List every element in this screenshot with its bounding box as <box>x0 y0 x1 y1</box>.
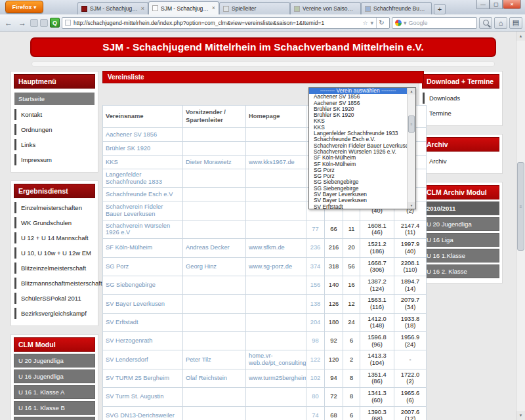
back-icon[interactable]: ← <box>3 18 14 28</box>
sidebar-menu-item[interactable]: Archiv <box>423 156 499 167</box>
dropdown-option[interactable]: Schachverein Fideler Bauer Leverkusen <box>309 143 407 149</box>
sidebar-menu-item[interactable]: U 10, U 10w + U 12w EM <box>14 247 94 259</box>
scroll-down-icon[interactable]: ▼ <box>408 202 415 209</box>
clm-league-button[interactable]: U 20 Jugendliga <box>14 354 95 368</box>
sidebar-menu-item[interactable]: Blitzmannschaftmeisterschaft <box>14 278 94 289</box>
member-count-link[interactable]: 204 <box>310 319 321 326</box>
dropdown-option[interactable]: SG Siebengebirge <box>309 179 407 185</box>
scroll-up-icon[interactable]: ▲ <box>408 88 415 94</box>
dropdown-scrollbar[interactable]: ▲ ≡ ▼ <box>407 88 415 209</box>
member-count-link[interactable]: 77 <box>312 226 318 232</box>
member-count-link[interactable]: 102 <box>310 375 321 381</box>
search-icon[interactable] <box>479 17 492 29</box>
chair-name[interactable]: Andreas Decker <box>186 244 230 251</box>
scroll-down-icon[interactable]: ▼ <box>516 411 525 420</box>
verein-link[interactable]: Schachverein Würselen 1926 e.V <box>106 222 170 236</box>
home-icon[interactable]: ⌂ <box>494 17 507 29</box>
member-count-link[interactable]: 80 <box>312 393 318 400</box>
maximize-button[interactable]: ▢ <box>490 0 503 9</box>
tab-close-icon[interactable]: × <box>212 5 215 11</box>
homepage-link[interactable]: home.vr-web.de/pt_consulting/ <box>249 352 306 366</box>
homepage-link[interactable]: www.sg-porz.de <box>249 263 292 270</box>
browser-tab[interactable]: SJM - Schachjugend Mittelr... × <box>77 2 148 14</box>
scroll-up-icon[interactable]: ▲ <box>516 32 525 41</box>
reload-icon[interactable]: ↻ <box>376 18 387 28</box>
dropdown-option[interactable]: Aachener SV 1856 <box>309 94 407 100</box>
verein-link[interactable]: Langenfelder Schachfreunde 1833 <box>106 171 162 185</box>
browser-tab[interactable]: Schachfreunde Burg von 19... <box>361 2 432 14</box>
verein-link[interactable]: SV TURM 25 Bergheim <box>106 375 169 381</box>
homepage-link[interactable]: www.sfkm.de <box>249 244 285 251</box>
chair-name[interactable]: Dieter Morawietz <box>186 159 232 165</box>
chair-name[interactable]: Olaf Reichstein <box>186 375 227 381</box>
sidebar-menu-item[interactable]: Startseite <box>14 93 94 105</box>
history-icon[interactable] <box>30 19 38 27</box>
search-engine-caret-icon[interactable]: ▾ <box>404 20 407 26</box>
dropdown-option[interactable]: -------- Verein auswählen -------- <box>309 88 407 94</box>
archiv-league-button[interactable]: U 16 Liga <box>422 233 499 247</box>
archiv-league-button[interactable]: U 16 2. Klasse <box>422 264 499 278</box>
verein-link[interactable]: Schachfreunde Esch e.V <box>106 191 173 198</box>
member-count-link[interactable]: 236 <box>310 244 321 251</box>
clm-league-button[interactable]: U 16 2. Klasse <box>14 417 95 420</box>
archiv-league-button[interactable]: U 20 Jugendliga <box>422 217 499 231</box>
verein-link[interactable]: SV Bayer Leverkusen <box>106 301 165 307</box>
browser-tab[interactable]: Vereine von Saison entkopp... <box>290 2 361 14</box>
verein-link[interactable]: KKS <box>106 159 118 165</box>
sidebar-menu-item[interactable]: Kontakt <box>14 109 94 120</box>
homepage-link[interactable]: www.kks1967.de <box>249 159 295 165</box>
dropdown-option[interactable]: SV Bayer Leverkusen <box>309 198 407 203</box>
member-count-link[interactable]: 374 <box>310 263 321 270</box>
clm-league-button[interactable]: U 16 1. Klasse A <box>14 385 95 399</box>
homepage-link[interactable]: www.turm25bergheim.de <box>249 375 306 381</box>
dropdown-option[interactable]: KKS <box>309 118 407 124</box>
dropdown-option[interactable]: SF Köln-Mülheim <box>309 155 407 161</box>
sidebar-menu-item[interactable]: Impressum <box>14 154 94 165</box>
dropdown-option[interactable]: SG Siebengebirge <box>309 186 407 192</box>
firefox-menu-button[interactable]: Firefox ▾ <box>5 1 43 13</box>
verein-link[interactable]: SF Köln-Mülheim <box>106 244 152 251</box>
minimize-button[interactable]: — <box>476 0 490 9</box>
member-count-link[interactable]: 156 <box>310 282 321 288</box>
sidebar-menu-item[interactable]: Downloads <box>423 93 499 104</box>
sidebar-menu-item[interactable]: WK Grundschulen <box>14 217 94 228</box>
dropdown-scroll-thumb[interactable]: ≡ <box>408 116 415 133</box>
sidebar-menu-item[interactable]: U 12 + U 14 Mannschaft <box>14 232 94 243</box>
sidebar-menu-item[interactable]: Einzelmeisterschaften <box>14 202 94 213</box>
sidebar-menu-item[interactable]: Blitzeinzelmeisterschaft <box>14 262 94 274</box>
sidebar-menu-item[interactable]: Bezirksvergleichskampf <box>14 308 94 319</box>
verein-link[interactable]: SG Porz <box>106 263 129 270</box>
bookmarks-panel-icon[interactable]: ▤ <box>509 17 522 29</box>
url-text[interactable]: http://schachjugend-mittelrhein.de/index… <box>74 20 360 26</box>
sidebar-menu-item[interactable]: Termine <box>423 108 499 119</box>
member-count-link[interactable]: 138 <box>310 301 321 307</box>
tab-close-icon[interactable]: × <box>141 6 144 12</box>
new-tab-button[interactable]: + <box>434 4 446 14</box>
sidebar-menu-item[interactable]: Links <box>14 139 94 150</box>
verein-link[interactable]: SV Turm St. Augustin <box>106 393 163 400</box>
url-dropdown-icon[interactable]: ▾ <box>370 20 373 26</box>
close-button[interactable]: × <box>503 0 521 9</box>
clm-league-button[interactable]: U 16 1. Klasse B <box>14 401 95 415</box>
search-input[interactable]: Google <box>409 20 474 26</box>
verein-link[interactable]: SG Siebengebirge <box>106 282 156 288</box>
chair-name[interactable]: Peter Tilz <box>186 356 211 363</box>
dropdown-option[interactable]: SG Porz <box>309 173 407 179</box>
member-count-link[interactable]: 74 <box>312 412 318 419</box>
browser-tab[interactable]: SJM - Schachjugend Mittelr... × <box>148 1 219 14</box>
verein-link[interactable]: SV Erftstadt <box>106 319 138 326</box>
dropdown-option[interactable]: SV Erftstadt <box>309 204 407 209</box>
member-count-link[interactable]: 122 <box>310 356 321 363</box>
dropdown-option[interactable]: SG Porz <box>309 167 407 173</box>
verein-link[interactable]: SVG DN13-Derichsweiler <box>106 412 175 419</box>
page-scroll-thumb[interactable]: ≡ <box>517 162 524 251</box>
clm-league-button[interactable]: U 16 Jugendliga <box>14 369 95 383</box>
dropdown-option[interactable]: Brühler SK 1920 <box>309 106 407 112</box>
archiv-league-button[interactable]: U 16 1.Klasse <box>422 249 499 262</box>
verein-link[interactable]: Aachener SV 1856 <box>106 131 157 138</box>
verein-link[interactable]: SV Lendersdorf <box>106 356 148 363</box>
forward-icon[interactable]: → <box>16 18 28 28</box>
dropdown-option[interactable]: Langenfelder Schachfreunde 1933 <box>309 131 407 136</box>
dropdown-option[interactable]: Aachener SV 1856 <box>309 100 407 106</box>
browser-tab[interactable]: Spielleiter <box>219 2 290 14</box>
